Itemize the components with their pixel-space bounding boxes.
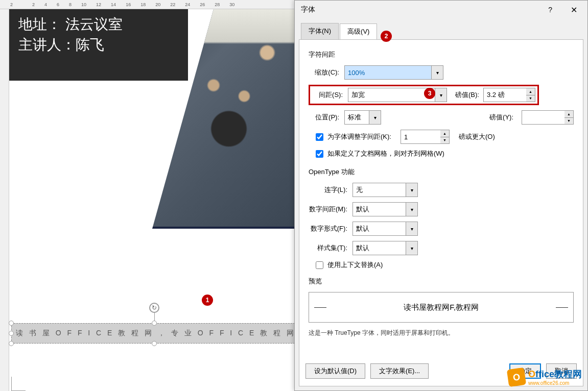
- preview-text: 读书屋教程网F,教程网: [404, 303, 479, 312]
- spacing-label: 间距(S):: [312, 90, 343, 100]
- resize-handle[interactable]: [152, 341, 157, 346]
- watermark-icon: O: [507, 367, 526, 386]
- stylistic-label: 样式集(T):: [309, 243, 347, 253]
- ligatures-input[interactable]: [352, 183, 406, 197]
- numspacing-input[interactable]: [352, 202, 406, 216]
- default-button[interactable]: 设为默认值(D): [305, 363, 365, 379]
- resize-handle[interactable]: [9, 341, 14, 346]
- close-icon[interactable]: ✕: [567, 3, 581, 17]
- banner-line2: 主讲人：陈飞: [18, 35, 179, 55]
- grid-label: 如果定义了文档网格，则对齐到网格(W): [327, 149, 444, 158]
- page-corner-mark: [11, 377, 26, 391]
- ligatures-label: 连字(L):: [309, 185, 347, 194]
- banner-line1: 地址： 法云议室: [18, 14, 179, 35]
- position-dropdown-icon[interactable]: ▾: [369, 110, 381, 125]
- tab-advanced[interactable]: 高级(V): [340, 23, 377, 40]
- rotate-handle-icon[interactable]: ↻: [149, 303, 159, 313]
- dialog-tabs: 字体(N) 高级(V): [295, 19, 587, 39]
- spacing-input[interactable]: [348, 88, 435, 102]
- text-effects-button[interactable]: 文字效果(E)...: [370, 363, 429, 379]
- kerning-input[interactable]: [401, 130, 440, 144]
- position-pt-input[interactable]: [522, 110, 565, 125]
- dialog-titlebar: 字体 ? ✕: [295, 1, 587, 19]
- kerning-spinner[interactable]: ▲▼: [440, 130, 450, 144]
- numform-label: 数字形式(F):: [309, 224, 347, 233]
- dialog-content: 字符间距 缩放(C): ▾ 间距(S): ▾ 磅值(B): ▲▼ 位置(P):: [299, 39, 583, 386]
- textbox-content[interactable]: 读 书 屋 O F F I C E 教 程 网 ， 专 业 O F F I C …: [11, 323, 297, 344]
- contextual-checkbox[interactable]: [316, 261, 323, 269]
- annotation-badge-3: 3: [424, 88, 435, 99]
- kerning-label: 为字体调整字间距(K):: [327, 132, 391, 141]
- spacing-pt-label: 磅值(B):: [455, 90, 479, 100]
- annotation-badge-1: 1: [202, 295, 213, 306]
- ruler-vertical: [0, 9, 9, 391]
- stylistic-dropdown-icon[interactable]: ▾: [406, 241, 418, 255]
- annotation-badge-2: 2: [381, 31, 392, 42]
- scale-label: 缩放(C):: [309, 68, 339, 77]
- kerning-checkbox[interactable]: [316, 133, 323, 141]
- section-opentype: OpenType 功能: [309, 167, 574, 177]
- spacing-pt-spinner[interactable]: ▲▼: [526, 88, 535, 102]
- stylistic-input[interactable]: [352, 241, 406, 255]
- watermark-url: www.office26.com: [528, 380, 582, 386]
- spacing-pt-input[interactable]: [483, 88, 526, 102]
- position-pt-spinner[interactable]: ▲▼: [565, 110, 574, 125]
- grid-checkbox[interactable]: [316, 150, 323, 158]
- banner: 地址： 法云议室 主讲人：陈飞: [9, 9, 188, 81]
- resize-handle[interactable]: [9, 321, 14, 326]
- position-label: 位置(P):: [309, 113, 339, 122]
- numform-input[interactable]: [352, 222, 406, 236]
- kerning-suffix: 磅或更大(O): [459, 132, 495, 141]
- font-dialog: 字体 ? ✕ 字体(N) 高级(V) 字符间距 缩放(C): ▾ 间距(S): …: [294, 0, 588, 391]
- contextual-label: 使用上下文替换(A): [327, 260, 383, 270]
- dialog-title: 字体: [301, 5, 315, 14]
- watermark: O Office教程网 www.office26.com: [508, 368, 582, 386]
- scale-input[interactable]: [344, 65, 431, 80]
- numspacing-dropdown-icon[interactable]: ▾: [406, 202, 418, 216]
- position-input[interactable]: [344, 110, 369, 125]
- tab-font[interactable]: 字体(N): [301, 23, 339, 39]
- scale-dropdown-icon[interactable]: ▾: [431, 65, 443, 80]
- ligatures-dropdown-icon[interactable]: ▾: [406, 183, 418, 197]
- resize-handle[interactable]: [152, 321, 157, 326]
- preview-note: 这是一种 TrueType 字体，同时适用于屏幕和打印机。: [309, 329, 574, 337]
- numspacing-label: 数字间距(M):: [309, 205, 347, 214]
- spacing-dropdown-icon[interactable]: ▾: [435, 88, 447, 102]
- section-preview: 预览: [309, 277, 574, 286]
- section-char-spacing: 字符间距: [309, 50, 574, 59]
- preview-box: 读书屋教程网F,教程网: [309, 292, 574, 323]
- numform-dropdown-icon[interactable]: ▾: [406, 222, 418, 236]
- position-pt-label: 磅值(Y):: [483, 113, 513, 122]
- textbox-selected[interactable]: ↻ 读 书 屋 O F F I C E 教 程 网 ， 专 业 O F F I …: [11, 323, 297, 344]
- help-icon[interactable]: ?: [544, 4, 556, 16]
- resize-handle[interactable]: [9, 331, 14, 336]
